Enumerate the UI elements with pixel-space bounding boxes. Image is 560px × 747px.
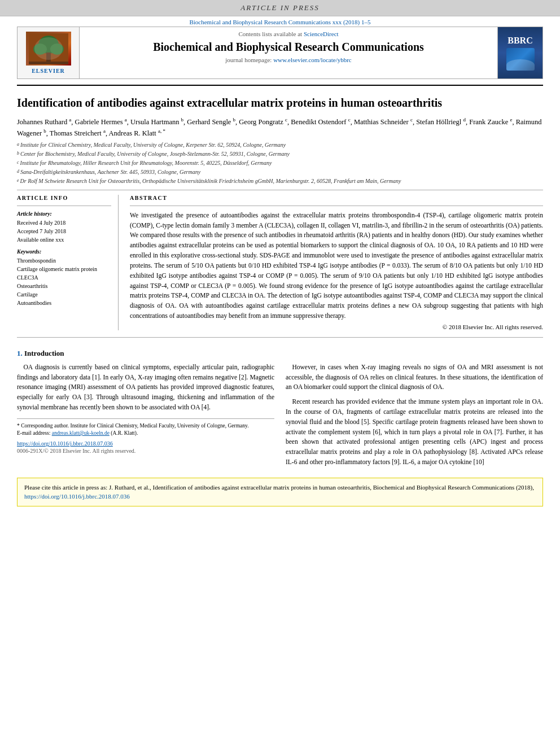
section-number: 1. bbox=[17, 349, 23, 357]
mid-divider-2 bbox=[17, 337, 543, 338]
article-in-press-banner: ARTICLE IN PRESS bbox=[0, 0, 560, 16]
authors-line: Johannes Ruthard a, Gabriele Hermes a, U… bbox=[17, 116, 543, 139]
elsevier-label: ELSEVIER bbox=[32, 68, 65, 74]
introduction-heading: 1. Introduction bbox=[17, 349, 543, 358]
email-line: E-mail address: andreas.klatt@uk-koeln.d… bbox=[17, 430, 274, 437]
accepted-date: Accepted 7 July 2018 bbox=[17, 227, 111, 235]
svg-rect-0 bbox=[29, 33, 68, 64]
received-date: Received 4 July 2018 bbox=[17, 219, 111, 227]
abstract-label: ABSTRACT bbox=[130, 195, 543, 201]
abstract-column: ABSTRACT We investigated the presence of… bbox=[130, 195, 543, 330]
bbrc-logo-container: BBRC bbox=[497, 27, 542, 78]
introduction-columns: OA diagnosis is currently based on clini… bbox=[17, 362, 543, 472]
elsevier-logo-image bbox=[26, 32, 71, 65]
abstract-hr bbox=[130, 206, 543, 206]
journal-header-center: Contents lists available at ScienceDirec… bbox=[80, 27, 497, 78]
intro-left-text: OA diagnosis is currently based on clini… bbox=[17, 362, 274, 413]
corresponding-note: * Corresponding author. Institute for Cl… bbox=[17, 422, 274, 430]
introduction-section: 1. Introduction OA diagnosis is currentl… bbox=[17, 349, 543, 472]
info-abstract-columns: ARTICLE INFO Article history: Received 4… bbox=[17, 195, 543, 330]
available-online: Available online xxx bbox=[17, 235, 111, 244]
affiliations: a Institute for Clinical Chemistry, Medi… bbox=[17, 141, 543, 185]
journal-title: Biochemical and Biophysical Research Com… bbox=[153, 40, 424, 54]
contents-line: Contents lists available at ScienceDirec… bbox=[238, 30, 338, 37]
abstract-text: We investigated the presence of autoanti… bbox=[130, 211, 543, 321]
keyword-autoantibodies: Autoantibodies bbox=[17, 299, 111, 307]
journal-homepage-line: journal homepage: www.elsevier.com/locat… bbox=[225, 56, 352, 63]
keyword-clec3a: CLEC3A bbox=[17, 273, 111, 282]
bbrc-logo: BBRC bbox=[506, 35, 535, 71]
citation-doi-link[interactable]: https://doi.org/10.1016/j.bbrc.2018.07.0… bbox=[24, 493, 130, 500]
citation-bar: Please cite this article in press as: J.… bbox=[17, 478, 543, 506]
mid-divider-1 bbox=[17, 190, 543, 190]
citation-prefix: Please cite this article in press as: J.… bbox=[24, 484, 534, 491]
affiliation-b: b Center for Biochemistry, Medical Facul… bbox=[17, 150, 543, 158]
keywords-label: Keywords: bbox=[17, 248, 111, 255]
keyword-oa: Osteoarthritis bbox=[17, 282, 111, 290]
footnote-section: * Corresponding author. Institute for Cl… bbox=[17, 418, 274, 438]
journal-homepage-link[interactable]: www.elsevier.com/locate/ybbrc bbox=[273, 56, 352, 63]
issn-line: 0006-291X/© 2018 Elsevier Inc. All right… bbox=[17, 448, 274, 454]
affiliation-c: c Institute for Rheumatology, Hiller Res… bbox=[17, 159, 543, 167]
article-info-label: ARTICLE INFO bbox=[17, 195, 111, 201]
elsevier-logo-container: ELSEVIER bbox=[18, 27, 80, 78]
affiliation-a: a Institute for Clinical Chemistry, Medi… bbox=[17, 141, 543, 149]
email-link[interactable]: andreas.klatt@uk-koeln.de bbox=[52, 430, 110, 436]
article-history-label: Article history: bbox=[17, 211, 111, 217]
journal-ref-line: Biochemical and Biophysical Research Com… bbox=[0, 16, 560, 27]
keyword-cartilage: Cartilage bbox=[17, 290, 111, 299]
keyword-thrombospondin: Thrombospondin bbox=[17, 256, 111, 265]
intro-right-col: However, in cases when X-ray imaging rev… bbox=[286, 362, 543, 472]
copyright-line: © 2018 Elsevier Inc. All rights reserved… bbox=[130, 324, 543, 330]
svg-point-2 bbox=[33, 43, 47, 55]
top-divider bbox=[17, 85, 543, 86]
svg-point-3 bbox=[50, 43, 64, 55]
intro-left-col: OA diagnosis is currently based on clini… bbox=[17, 362, 274, 472]
article-content: Identification of antibodies against ext… bbox=[17, 85, 543, 472]
doi-link[interactable]: https://doi.org/10.1016/j.bbrc.2018.07.0… bbox=[17, 440, 113, 447]
intro-right-text: However, in cases when X-ray imaging rev… bbox=[286, 362, 543, 468]
article-info-hr bbox=[17, 206, 111, 206]
doi-section: https://doi.org/10.1016/j.bbrc.2018.07.0… bbox=[17, 440, 274, 447]
svg-rect-4 bbox=[46, 53, 51, 62]
article-info-column: ARTICLE INFO Article history: Received 4… bbox=[17, 195, 119, 330]
elsevier-tree-icon bbox=[29, 33, 68, 64]
svg-rect-5 bbox=[29, 62, 68, 64]
svg-point-1 bbox=[38, 36, 59, 54]
sciencedirect-link[interactable]: ScienceDirect bbox=[304, 30, 339, 37]
affiliation-e: e Dr Rolf M Schwiete Research Unit for O… bbox=[17, 177, 543, 185]
keyword-comp: Cartilage oligomeric matrix protein bbox=[17, 265, 111, 273]
affiliation-d: d Sana-Dreifaltigkeitskrankenhaus, Aache… bbox=[17, 168, 543, 176]
article-title: Identification of antibodies against ext… bbox=[17, 95, 543, 111]
journal-header: ELSEVIER Contents lists available at Sci… bbox=[17, 27, 543, 79]
